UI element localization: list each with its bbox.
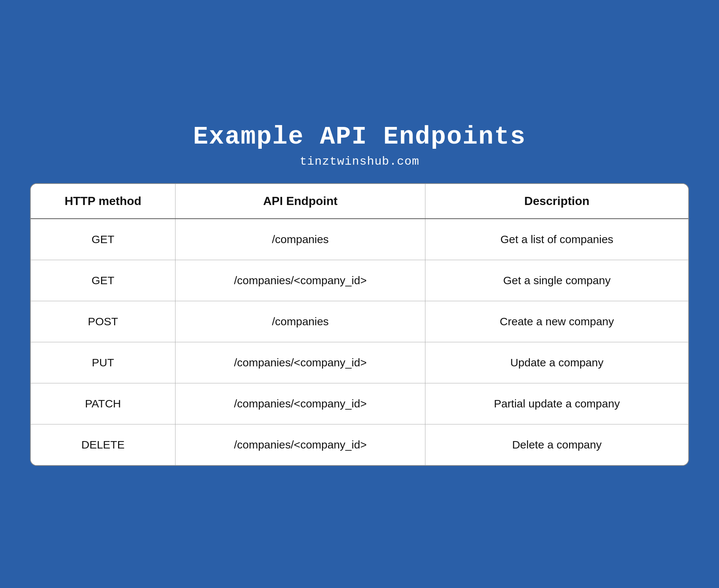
- table-row: GET/companiesGet a list of companies: [31, 219, 688, 260]
- page-subtitle: tinztwinshub.com: [300, 155, 419, 168]
- api-endpoints-table: HTTP method API Endpoint Description GET…: [31, 184, 688, 465]
- page-title: Example API Endpoints: [193, 122, 526, 151]
- cell-endpoint: /companies/<company_id>: [175, 383, 425, 424]
- cell-method: PATCH: [31, 383, 175, 424]
- api-table-wrapper: HTTP method API Endpoint Description GET…: [30, 183, 689, 466]
- cell-description: Update a company: [425, 342, 688, 383]
- cell-endpoint: /companies: [175, 219, 425, 260]
- cell-method: PUT: [31, 342, 175, 383]
- col-header-description: Description: [425, 184, 688, 219]
- cell-description: Delete a company: [425, 424, 688, 465]
- cell-description: Partial update a company: [425, 383, 688, 424]
- page-container: Example API Endpoints tinztwinshub.com H…: [0, 0, 719, 588]
- table-row: PUT/companies/<company_id>Update a compa…: [31, 342, 688, 383]
- cell-endpoint: /companies/<company_id>: [175, 342, 425, 383]
- table-row: PATCH/companies/<company_id>Partial upda…: [31, 383, 688, 424]
- cell-method: GET: [31, 219, 175, 260]
- cell-description: Get a single company: [425, 260, 688, 301]
- cell-method: GET: [31, 260, 175, 301]
- cell-endpoint: /companies/<company_id>: [175, 424, 425, 465]
- cell-description: Get a list of companies: [425, 219, 688, 260]
- cell-endpoint: /companies/<company_id>: [175, 260, 425, 301]
- table-header-row: HTTP method API Endpoint Description: [31, 184, 688, 219]
- cell-method: POST: [31, 301, 175, 342]
- table-row: POST/companiesCreate a new company: [31, 301, 688, 342]
- col-header-endpoint: API Endpoint: [175, 184, 425, 219]
- table-row: GET/companies/<company_id>Get a single c…: [31, 260, 688, 301]
- cell-endpoint: /companies: [175, 301, 425, 342]
- cell-method: DELETE: [31, 424, 175, 465]
- cell-description: Create a new company: [425, 301, 688, 342]
- col-header-method: HTTP method: [31, 184, 175, 219]
- table-row: DELETE/companies/<company_id>Delete a co…: [31, 424, 688, 465]
